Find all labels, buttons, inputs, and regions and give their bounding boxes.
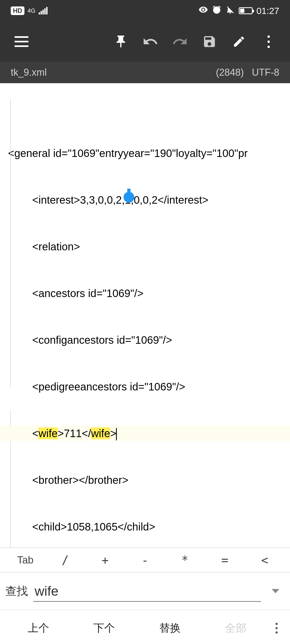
hd-badge: HD	[11, 6, 24, 15]
symbol-plus[interactable]: +	[85, 553, 125, 567]
signal-icon	[39, 7, 48, 14]
code-line: <general id="1069"entryyear="190"loyalty…	[0, 145, 290, 161]
redo-button[interactable]	[166, 28, 193, 55]
save-button[interactable]	[196, 28, 223, 55]
code-line-highlighted: <wife>711</wife>	[0, 426, 290, 441]
code-editor[interactable]: <general id="1069"entryyear="190"loyalty…	[0, 83, 290, 547]
prev-button[interactable]: 上个	[5, 621, 71, 635]
code-line: <pedigreeancestors id="1069"/>	[0, 379, 290, 394]
code-line: <configancestors id="1069"/>	[0, 332, 290, 348]
undo-icon	[142, 34, 158, 50]
network-type: 4G	[28, 7, 35, 14]
search-match: wife	[91, 427, 110, 439]
status-bar: HD 4G 01:27	[0, 0, 290, 21]
redo-icon	[172, 34, 188, 50]
next-button[interactable]: 下个	[71, 621, 137, 635]
save-icon	[202, 34, 217, 49]
status-left: HD 4G	[11, 6, 48, 15]
code-line: <ancestors id="1069"/>	[0, 286, 290, 301]
symbol-star[interactable]: *	[165, 553, 205, 567]
eye-icon	[198, 5, 208, 17]
code-line: <child>1058,1065</child>	[0, 519, 290, 535]
edit-button[interactable]	[226, 28, 252, 55]
pin-button[interactable]	[107, 28, 134, 55]
replace-button[interactable]: 替换	[137, 621, 203, 635]
pencil-icon	[232, 35, 246, 48]
symbol-equals[interactable]: =	[205, 553, 245, 567]
search-label: 查找	[5, 584, 28, 599]
hamburger-icon	[15, 36, 28, 47]
search-action-bar: 上个 下个 替换 全部	[0, 610, 290, 644]
pin-icon	[114, 34, 128, 49]
menu-button[interactable]	[8, 28, 35, 55]
alarm-icon	[212, 5, 222, 17]
battery-icon	[239, 7, 253, 14]
symbol-less[interactable]: <	[245, 553, 285, 567]
code-line: <relation>	[0, 239, 290, 254]
undo-button[interactable]	[137, 28, 164, 55]
file-encoding: UTF-8	[252, 67, 279, 78]
overflow-button[interactable]	[255, 28, 282, 55]
app-toolbar	[0, 21, 290, 62]
code-line: <interest>3,3,0,0,2,1,0,0,2</interest>	[0, 192, 290, 208]
search-input[interactable]	[33, 581, 261, 602]
status-right: 01:27	[198, 5, 279, 17]
search-match: wife	[38, 427, 57, 439]
file-info-bar: tk_9.xml (2848) UTF-8	[0, 62, 290, 83]
all-button[interactable]: 全部	[203, 621, 269, 635]
cursor-handle[interactable]	[124, 192, 134, 203]
cursor-position: (2848)	[216, 67, 244, 78]
search-more-button[interactable]	[269, 623, 285, 634]
symbol-minus[interactable]: -	[125, 553, 165, 567]
symbol-slash[interactable]: /	[45, 553, 85, 567]
text-cursor	[116, 428, 117, 440]
file-name: tk_9.xml	[11, 67, 47, 78]
clock-text: 01:27	[256, 6, 279, 16]
mute-icon	[225, 5, 235, 17]
search-dropdown-icon[interactable]	[272, 589, 279, 593]
search-bar: 查找	[0, 572, 290, 610]
code-line: <brother></brother>	[0, 472, 290, 488]
symbol-toolbar: Tab / + - * = <	[0, 547, 290, 572]
symbol-tab[interactable]: Tab	[5, 554, 45, 566]
more-icon	[267, 35, 270, 48]
